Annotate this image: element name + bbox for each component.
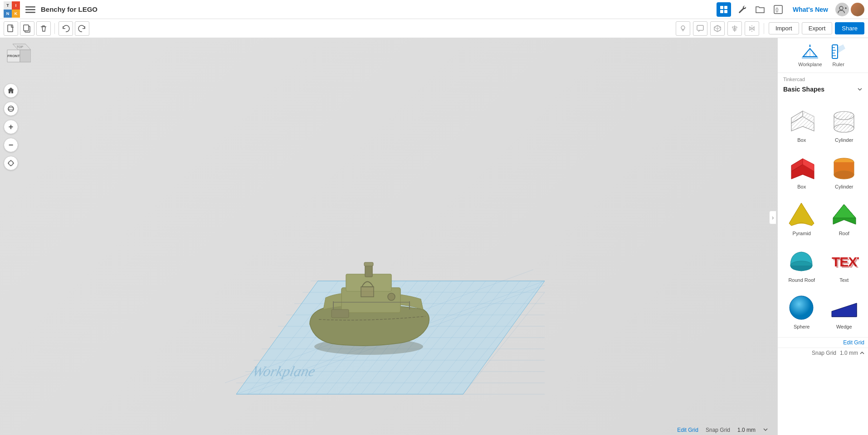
sphere-label: Sphere — [794, 324, 809, 329]
svg-point-76 — [388, 293, 395, 300]
round-roof-icon — [786, 246, 818, 276]
svg-rect-4 — [724, 6, 727, 9]
boat-model — [296, 242, 450, 356]
3d-view-button[interactable] — [710, 21, 725, 36]
shape-item-text[interactable]: TEXT TEXT Text — [824, 242, 865, 287]
shape-item-sphere[interactable]: Sphere — [781, 289, 822, 334]
shape-item-pyramid[interactable]: Pyramid — [781, 195, 822, 240]
hamburger-menu-icon[interactable] — [25, 5, 35, 14]
share-button[interactable]: Share — [835, 22, 864, 34]
round-roof-label: Round Roof — [788, 277, 815, 283]
text-label: Text — [839, 277, 848, 283]
left-controls: + − — [4, 83, 18, 170]
svg-marker-115 — [789, 203, 814, 226]
logo-cell-n: N — [4, 10, 12, 18]
svg-marker-34 — [20, 50, 31, 62]
logo-cell-i: I — [12, 1, 20, 10]
shape-item-cylinder-solid[interactable]: Cylinder — [824, 149, 865, 193]
svg-marker-22 — [752, 27, 754, 30]
copy-button[interactable] — [20, 21, 34, 36]
box-solid-icon — [786, 153, 818, 182]
viewport[interactable]: + − TOP FRONT — [0, 38, 777, 435]
visibility-button[interactable] — [676, 21, 690, 36]
svg-text:{}: {} — [775, 7, 779, 12]
svg-text:TOP: TOP — [17, 45, 24, 48]
fit-view-button[interactable] — [4, 156, 18, 170]
snap-grid-area: Snap Grid 1.0 mm — [778, 348, 868, 358]
user-area[interactable] — [835, 3, 864, 16]
snap-grid-label: Snap Grid — [706, 427, 730, 433]
library-selector[interactable]: Basic Shapes — [783, 84, 863, 95]
pyramid-icon — [786, 199, 818, 229]
zoom-out-button[interactable]: − — [4, 138, 18, 152]
svg-rect-75 — [361, 287, 374, 297]
redo-button[interactable] — [75, 21, 89, 36]
cylinder-solid-label: Cylinder — [835, 184, 853, 189]
panel-collapse-button[interactable]: › — [769, 211, 776, 224]
svg-rect-16 — [697, 25, 703, 30]
tools-button[interactable] — [735, 2, 749, 17]
shape-item-roof[interactable]: Roof — [824, 195, 865, 240]
add-user-icon[interactable] — [835, 3, 849, 16]
snap-value-text: 1.0 mm — [840, 350, 858, 356]
workplane-label: Workplane — [798, 62, 822, 67]
svg-point-105 — [834, 124, 854, 132]
shape-item-box-solid[interactable]: Box — [781, 149, 822, 193]
ruler-icon — [829, 44, 848, 60]
wedge-label: Wedge — [836, 324, 852, 329]
main-content: + − TOP FRONT — [0, 38, 868, 435]
edit-grid-label[interactable]: Edit Grid — [778, 337, 868, 348]
svg-point-121 — [790, 296, 813, 319]
whats-new-button[interactable]: What's New — [789, 4, 832, 15]
chevron-down-icon — [857, 87, 863, 92]
shape-item-cylinder-hole[interactable]: Cylinder — [824, 102, 865, 147]
mirror-button[interactable] — [745, 21, 759, 36]
svg-rect-12 — [8, 25, 13, 32]
svg-point-15 — [681, 26, 685, 29]
home-view-button[interactable] — [4, 83, 18, 98]
orbit-button[interactable] — [4, 102, 18, 116]
projects-button[interactable] — [753, 2, 767, 17]
ruler-label: Ruler — [833, 62, 844, 67]
cylinder-hole-label: Cylinder — [835, 137, 853, 143]
export-button[interactable]: Export — [802, 22, 833, 34]
workplane-tool[interactable]: Workplane — [798, 44, 822, 67]
svg-rect-14 — [24, 25, 29, 31]
shape-item-box-hole[interactable]: Box — [781, 102, 822, 147]
svg-rect-77 — [365, 265, 372, 277]
app-title: Benchy for LEGO — [41, 5, 98, 13]
shape-item-round-roof[interactable]: Round Roof — [781, 242, 822, 287]
grid-view-button[interactable] — [717, 2, 731, 17]
snap-chevron-icon[interactable] — [763, 427, 768, 432]
notes-button[interactable] — [693, 21, 707, 36]
new-design-button[interactable] — [4, 21, 18, 36]
ruler-tool[interactable]: Ruler — [829, 44, 848, 67]
wedge-icon — [828, 293, 860, 322]
delete-button[interactable] — [36, 21, 51, 36]
library-provider: Tinkercad — [783, 77, 863, 82]
svg-rect-1 — [25, 9, 35, 10]
svg-rect-5 — [720, 10, 723, 13]
topbar: T I N K Benchy for LEGO — [0, 0, 868, 19]
undo-button[interactable] — [59, 21, 73, 36]
svg-text:FRONT: FRONT — [7, 54, 20, 58]
snap-value-display[interactable]: 1.0 mm — [840, 350, 864, 356]
sphere-icon — [786, 293, 818, 322]
code-button[interactable]: {} — [771, 2, 785, 17]
pyramid-label: Pyramid — [793, 231, 811, 236]
tinkercad-logo[interactable]: T I N K — [4, 1, 20, 18]
svg-marker-85 — [809, 44, 811, 47]
shape-item-wedge[interactable]: Wedge — [824, 289, 865, 334]
view-cube[interactable]: TOP FRONT — [4, 42, 31, 69]
panel-tools: Workplane Ruler — [778, 38, 868, 73]
logo-cell-k: K — [12, 10, 20, 18]
snap-chevron-up-icon[interactable] — [860, 351, 864, 355]
bottom-status-bar: Edit Grid Snap Grid 1.0 mm — [677, 427, 768, 433]
user-avatar[interactable] — [851, 3, 864, 16]
align-button[interactable] — [727, 21, 742, 36]
svg-point-24 — [8, 108, 14, 110]
import-button[interactable]: Import — [769, 22, 799, 34]
edit-grid-link[interactable]: Edit Grid — [677, 427, 698, 433]
zoom-in-button[interactable]: + — [4, 120, 18, 134]
svg-marker-21 — [750, 27, 751, 30]
